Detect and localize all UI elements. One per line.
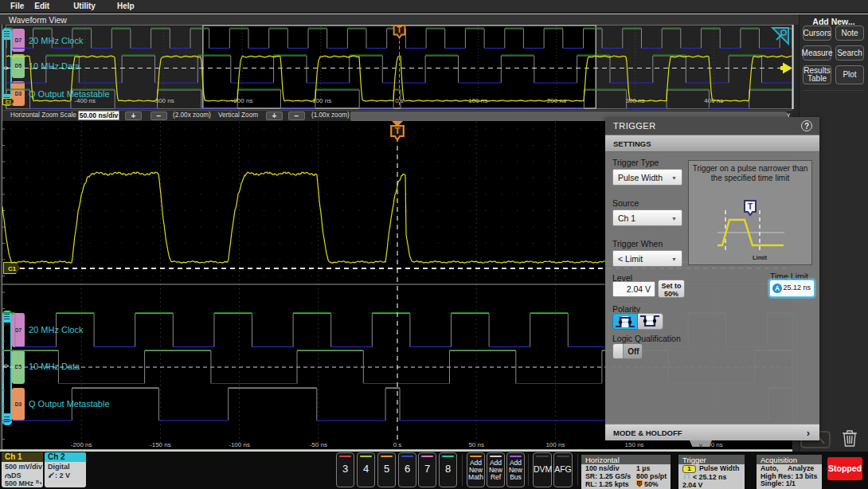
trigger-type-label: Trigger Type (612, 158, 659, 167)
help-icon[interactable]: ? (801, 120, 812, 131)
search-button[interactable]: Search (835, 45, 864, 61)
main-badge-D5[interactable]: D5 (12, 350, 25, 384)
time-limit-input[interactable]: A 25.12 ns (769, 280, 815, 297)
trigger-info-text: Trigger on a pulse narrower than the spe… (689, 164, 811, 183)
digital-group-handle[interactable]: <> (2, 311, 12, 425)
badge-label: D5 (12, 63, 25, 68)
overview-channel-name-D3[interactable]: Q Output Metastable (29, 89, 110, 99)
move-arrows-icon: <> (3, 65, 8, 71)
add-color-bar (490, 456, 502, 457)
acquisition-status-panel[interactable]: Acquisition Auto,Analyze High Res: 13 bi… (757, 455, 822, 489)
vertical-zoom-minus-button[interactable]: − (288, 111, 305, 121)
source-value: Ch 1 (618, 213, 635, 223)
bandwidth-icon: B (36, 479, 42, 485)
overview-channel-name-D5[interactable]: 10 MHz Data (29, 61, 80, 71)
tab-waveform-view[interactable]: Waveform View (9, 15, 67, 25)
trash-icon[interactable] (841, 428, 858, 448)
horizontal-panel-title: Horizontal (581, 455, 671, 464)
menu-file[interactable]: File (10, 2, 24, 10)
channel-color-bar (360, 456, 372, 457)
menu-edit[interactable]: Edit (34, 2, 49, 10)
mode-holdoff-bar[interactable]: MODE & HOLDOFF › (605, 424, 819, 440)
panel-collapse-nub[interactable]: ∨ (690, 440, 712, 447)
chevron-down-icon: ▼ (671, 252, 677, 268)
channel2-badge[interactable]: Ch 2 Digital : 2 V (45, 452, 86, 487)
horizontal-zoom-factor: (2.00x zoom) (173, 111, 211, 119)
view-tab-bar: Waveform View (0, 14, 868, 25)
svg-text:T: T (748, 202, 753, 211)
channel-3-button[interactable]: 3 (336, 452, 354, 487)
channel-color-bar (421, 456, 433, 457)
channel1-badge-info: 500 mV/div DS 500 MHz B (2, 462, 43, 487)
vertical-zoom-factor: (1.00x zoom) (311, 111, 350, 119)
add-new-ref-button[interactable]: AddNewRef (487, 452, 505, 487)
horizontal-zoom-scale-input[interactable]: 50.00 ns/div (78, 111, 119, 120)
channel-4-button[interactable]: 4 (357, 452, 375, 487)
add-new-math-button[interactable]: AddNewMath (467, 452, 485, 487)
overview-badge-D7[interactable]: D7 (12, 29, 25, 52)
chevron-down-icon: ▼ (671, 170, 677, 186)
horizontal-status-panel[interactable]: Horizontal 100 ns/div1 µs SR: 1.25 GS/s8… (581, 455, 671, 489)
channel2-badge-info: Digital : 2 V (45, 462, 86, 479)
digital-group-handle[interactable]: <> (2, 28, 12, 106)
source-label: Source (612, 198, 639, 208)
chevron-right-icon: › (807, 424, 810, 441)
trigger-status-panel[interactable]: Trigger 1Pulse Width < 25.12 ns 2.04 V (678, 455, 745, 489)
plot-button[interactable]: Plot (835, 65, 864, 84)
main-channel-name-D5[interactable]: 10 MHz Data (29, 362, 80, 371)
channel-5-button[interactable]: 5 (377, 452, 396, 487)
overview-badge-D3[interactable]: D3 (12, 81, 25, 106)
channel-6-button[interactable]: 6 (398, 452, 416, 487)
main-badge-D3[interactable]: D3 (12, 388, 25, 421)
afg-color-bar (557, 456, 569, 457)
results-table-button[interactable]: Results Table (803, 65, 831, 84)
oscilloscope-app: File Edit Utility Help Waveform View -40… (0, 0, 868, 489)
dvm-button[interactable]: DVM (533, 452, 552, 487)
toggle-state: Off (624, 344, 643, 359)
set-to-50-button[interactable]: Set to 50% (658, 280, 685, 298)
horizontal-zoom-minus-button[interactable]: − (151, 111, 167, 121)
cursors-button[interactable]: Cursors (803, 25, 831, 41)
pulse-diagram: T Limit (689, 185, 811, 264)
drag-grip (2, 311, 12, 323)
bottom-bar-divider (528, 454, 529, 486)
trigger-source-badge: 1 (682, 465, 696, 473)
trigger-type-dropdown[interactable]: Pulse Width ▼ (612, 169, 682, 186)
badge-label: D7 (12, 327, 25, 333)
measure-button[interactable]: Measure (803, 45, 831, 61)
logic-qualification-toggle[interactable]: Off (612, 343, 643, 359)
afg-button[interactable]: AFG (553, 452, 573, 487)
channel1-badge[interactable]: Ch 1 500 mV/div DS 500 MHz B (2, 452, 43, 487)
badge-label: D7 (12, 37, 25, 43)
trigger-settings-panel: TRIGGER ? SETTINGS Trigger Type Pulse Wi… (605, 117, 819, 440)
channel-8-button[interactable]: 8 (439, 452, 457, 487)
knob-a-icon: A (772, 284, 782, 293)
threshold-icon (48, 471, 55, 479)
note-button[interactable]: Note (835, 25, 864, 41)
stopped-button[interactable]: Stopped (827, 457, 862, 480)
overview-channel-name-D7[interactable]: 20 MHz Clock (29, 36, 83, 45)
horizontal-zoom-plus-button[interactable]: + (125, 111, 142, 121)
main-channel-name-D7[interactable]: 20 MHz Clock (29, 325, 83, 334)
overview-badge-D5[interactable]: D5 (12, 54, 25, 78)
trigger-when-dropdown[interactable]: < Limit ▼ (612, 250, 682, 267)
polarity-negative-button[interactable] (638, 313, 663, 330)
main-badge-D7[interactable]: D7 (12, 313, 25, 347)
channel-color-bar (339, 456, 351, 457)
horizontal-zoom-scale-label: Horizontal Zoom Scale (10, 111, 76, 119)
waveform-panel-border (2, 14, 2, 452)
channel2-badge-title: Ch 2 (45, 452, 86, 462)
menu-help[interactable]: Help (117, 2, 135, 10)
level-input[interactable]: 2.04 V (612, 281, 655, 297)
add-color-bar (470, 456, 482, 457)
settings-section-header: SETTINGS (605, 135, 819, 152)
polarity-positive-button[interactable] (612, 313, 638, 330)
menu-utility[interactable]: Utility (73, 2, 96, 10)
trigger-type-value: Pulse Width (618, 173, 663, 182)
vertical-zoom-plus-button[interactable]: + (266, 111, 283, 121)
overview-area[interactable] (6, 25, 793, 109)
add-new-bus-button[interactable]: AddNewBus (506, 452, 525, 487)
channel-7-button[interactable]: 7 (418, 452, 436, 487)
source-dropdown[interactable]: Ch 1 ▼ (612, 209, 682, 226)
main-channel-name-D3[interactable]: Q Output Metastable (29, 399, 110, 409)
